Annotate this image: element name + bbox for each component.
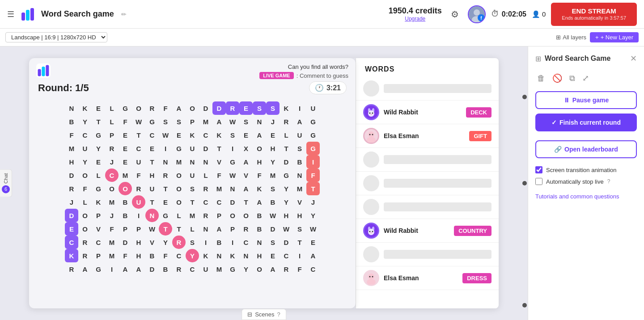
- resolution-select[interactable]: Landscape | 16:9 | 1280x720 HD: [5, 32, 107, 42]
- grid-cell: G: [92, 262, 105, 276]
- grid-cell: H: [280, 209, 293, 222]
- grid-cell: A: [266, 262, 280, 276]
- svg-point-16: [368, 110, 374, 117]
- grid-cell: R: [226, 101, 239, 115]
- svg-point-36: [372, 276, 373, 278]
- edit-icon[interactable]: ✏: [121, 11, 127, 18]
- grid-cell: J: [65, 195, 78, 209]
- grid-cell: N: [239, 249, 253, 262]
- scenes-help-icon[interactable]: ?: [277, 311, 280, 318]
- screen-transition-checkbox[interactable]: [535, 166, 542, 173]
- word-entry-dress: Elsa Esman DRESS: [356, 266, 499, 290]
- end-stream-button[interactable]: END STREAM Ends automatically in 3:57:57: [551, 3, 637, 26]
- grid-cell: G: [172, 142, 186, 155]
- leaderboard-button[interactable]: 🔗 Open leaderboard: [535, 140, 637, 158]
- grid-cell: B: [212, 236, 226, 249]
- grid-cell: N: [159, 155, 172, 168]
- end-stream-sublabel: Ends automatically in 3:57:57: [562, 15, 626, 21]
- resize-handle-mr[interactable]: [522, 181, 527, 185]
- grid-cell: B: [119, 209, 132, 222]
- grid-cell: P: [105, 128, 119, 142]
- grid-cell: K: [92, 195, 105, 209]
- word-name-country: Wild Rabbit: [384, 227, 449, 234]
- grid-cell: O: [253, 142, 266, 155]
- grid-cell: S: [186, 182, 199, 195]
- grid-cell: M: [199, 115, 212, 128]
- plus-icon: +: [595, 34, 599, 41]
- pause-game-button[interactable]: ⏸ Pause game: [535, 91, 637, 109]
- grid-cell: D: [145, 262, 159, 276]
- grid-cell: U: [186, 142, 199, 155]
- settings-button[interactable]: ⚙: [447, 5, 462, 23]
- grid-cell: I: [226, 142, 239, 155]
- pause-label: Pause game: [572, 97, 609, 104]
- grid-cell: A: [212, 115, 226, 128]
- auto-stop-checkbox[interactable]: [535, 178, 542, 185]
- grid-cell: S: [186, 236, 199, 249]
- users-number: 0: [542, 10, 546, 18]
- grid-cell: Y: [92, 142, 105, 155]
- grid-cell: N: [212, 249, 226, 262]
- timer-value: 0:02:05: [502, 10, 526, 18]
- grid-cell: G: [226, 155, 239, 168]
- move-icon-button[interactable]: ⤢: [580, 72, 591, 85]
- new-layer-button[interactable]: + + New Layer: [590, 32, 639, 42]
- grid-cell: E: [119, 155, 132, 168]
- grid-cell: S: [159, 115, 172, 128]
- svg-point-28: [368, 229, 374, 235]
- grid-cell: W: [280, 222, 293, 236]
- duplicate-icon-button[interactable]: ⧉: [568, 72, 577, 85]
- grid-cell: A: [306, 249, 320, 262]
- grid-cell: V: [239, 168, 253, 182]
- grid-cell: S: [293, 142, 306, 155]
- chat-sidebar[interactable]: Chat 6: [0, 169, 12, 197]
- grid-cell: H: [132, 236, 145, 249]
- grid-cell: H: [253, 249, 266, 262]
- eye-slash-icon-button[interactable]: 🚫: [551, 72, 564, 85]
- grid-cell: F: [78, 182, 92, 195]
- all-layers-button[interactable]: ⊞ All layers: [556, 34, 586, 41]
- tutorials-link[interactable]: Tutorials and common questions: [535, 193, 637, 200]
- grid-cell: Y: [266, 155, 280, 168]
- grid-cell: S: [266, 101, 280, 115]
- grid-cell: C: [306, 262, 320, 276]
- grid-cell: P: [212, 209, 226, 222]
- grid-cell: R: [78, 236, 92, 249]
- grid-cell: Y: [159, 236, 172, 249]
- grid-cell: M: [186, 209, 199, 222]
- grid-cell: Y: [186, 249, 199, 262]
- grid-cell: S: [293, 222, 306, 236]
- finish-round-button[interactable]: ✓ Finish current round: [535, 114, 637, 131]
- resize-handle-br[interactable]: [522, 303, 527, 307]
- grid-cell: M: [212, 182, 226, 195]
- grid-cell: R: [172, 262, 186, 276]
- grid-cell: N: [199, 155, 212, 168]
- grid-cell: L: [78, 195, 92, 209]
- grid-cell: R: [199, 182, 212, 195]
- word-name-deck: Wild Rabbit: [384, 109, 462, 116]
- grid-cell: M: [105, 236, 119, 249]
- grid-cell: X: [239, 142, 253, 155]
- grid-cell: C: [199, 195, 212, 209]
- grid-cell: I: [226, 236, 239, 249]
- grid-cell: F: [119, 115, 132, 128]
- all-layers-label: All layers: [563, 34, 586, 41]
- grid-cell: I: [105, 262, 119, 276]
- grid-cell: G: [280, 168, 293, 182]
- upgrade-link[interactable]: Upgrade: [405, 16, 425, 22]
- grid-cell: I: [159, 142, 172, 155]
- scenes-bar[interactable]: ⊟ Scenes ?: [242, 309, 286, 320]
- grid-cell: H: [293, 209, 306, 222]
- right-panel-close-button[interactable]: ✕: [630, 54, 637, 63]
- help-icon[interactable]: ?: [607, 178, 610, 185]
- delete-icon-button[interactable]: 🗑: [535, 72, 547, 85]
- grid-cell: G: [159, 209, 172, 222]
- grid-cell: R: [239, 222, 253, 236]
- grid-cell: I: [199, 236, 212, 249]
- menu-icon[interactable]: ☰: [7, 9, 14, 19]
- resize-handle-tr[interactable]: [522, 95, 527, 99]
- canvas-area: Chat 6 Can you find all words?: [0, 46, 528, 320]
- word-grid: NKELGORFAODDRESSKIUBYTLFWGSSPMAWSNJRAGFC…: [29, 98, 356, 279]
- grid-cell: D: [65, 209, 78, 222]
- grid-cell: A: [132, 262, 145, 276]
